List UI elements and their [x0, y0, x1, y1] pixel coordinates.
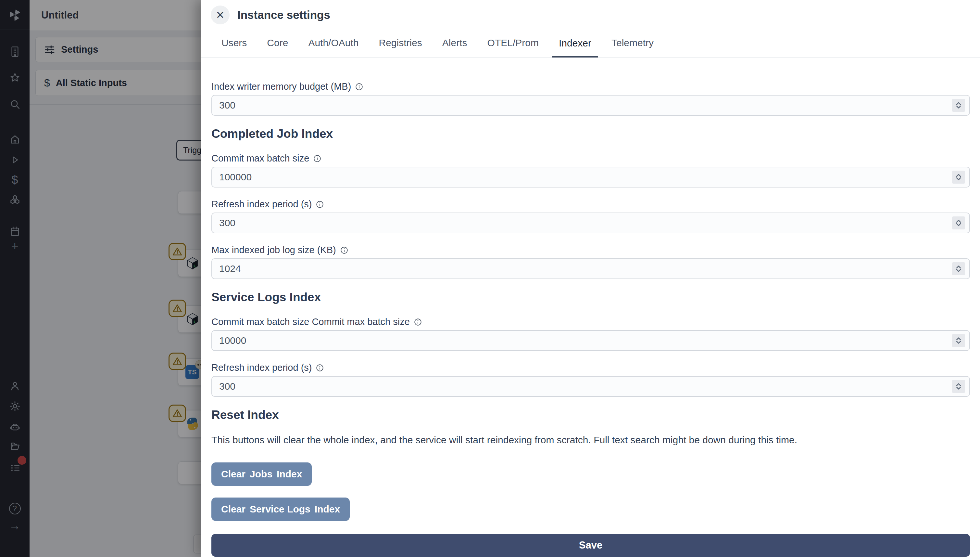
number-stepper[interactable]	[952, 380, 965, 393]
tab-core[interactable]: Core	[260, 30, 295, 57]
label-text: Commit max batch size Commit max batch s…	[211, 316, 410, 327]
job-refresh-period-input[interactable]	[211, 213, 970, 233]
info-icon[interactable]	[340, 246, 349, 254]
indexer-settings-content: Index writer memory budget (MB) Complete…	[201, 57, 980, 557]
button-text: Clear	[221, 504, 245, 515]
number-field	[211, 213, 970, 233]
section-heading-reset-index: Reset Index	[211, 408, 970, 422]
drawer-title: Instance settings	[237, 8, 330, 21]
button-text: Clear	[221, 469, 245, 480]
field-label: Commit max batch size	[211, 153, 970, 164]
settings-tabs: Users Core Auth/OAuth Registries Alerts …	[201, 30, 980, 57]
number-field	[211, 167, 970, 187]
number-stepper[interactable]	[952, 99, 965, 112]
label-text: Refresh index period (s)	[211, 199, 312, 210]
tab-indexer[interactable]: Indexer	[552, 30, 598, 57]
number-stepper[interactable]	[952, 171, 965, 184]
tab-users[interactable]: Users	[215, 30, 254, 57]
tab-registries[interactable]: Registries	[372, 30, 428, 57]
label-text: Index writer memory budget (MB)	[211, 81, 351, 92]
job-commit-max-batch-input[interactable]	[211, 167, 970, 187]
label-text: Commit max batch size	[211, 153, 309, 164]
info-icon[interactable]	[355, 83, 363, 91]
section-heading-completed-job-index: Completed Job Index	[211, 127, 970, 141]
tab-otel-prom[interactable]: OTEL/Prom	[480, 30, 545, 57]
job-max-log-size-input[interactable]	[211, 258, 970, 279]
tab-auth-oauth[interactable]: Auth/OAuth	[301, 30, 365, 57]
field-label: Max indexed job log size (KB)	[211, 244, 970, 256]
label-text: Refresh index period (s)	[211, 362, 312, 373]
field-label: Refresh index period (s)	[211, 199, 970, 210]
svc-commit-max-batch-input[interactable]	[211, 330, 970, 351]
number-field	[211, 330, 970, 351]
number-stepper[interactable]	[952, 217, 965, 230]
info-icon[interactable]	[414, 318, 422, 326]
drawer-header: × Instance settings	[201, 0, 980, 30]
label-text: Max indexed job log size (KB)	[211, 245, 336, 256]
clear-service-logs-index-button[interactable]: Clear Service Logs Index	[211, 498, 350, 521]
close-button[interactable]: ×	[211, 5, 230, 24]
number-field	[211, 376, 970, 397]
reset-index-description: This buttons will clear the whole index,…	[211, 434, 970, 446]
number-field	[211, 95, 970, 116]
info-icon[interactable]	[316, 364, 324, 372]
info-icon[interactable]	[316, 200, 324, 208]
tab-alerts[interactable]: Alerts	[435, 30, 474, 57]
instance-settings-drawer: × Instance settings Users Core Auth/OAut…	[201, 0, 980, 557]
field-label: Refresh index period (s)	[211, 362, 970, 373]
close-icon: ×	[216, 8, 224, 22]
button-text: Index	[277, 469, 302, 480]
number-stepper[interactable]	[952, 262, 965, 275]
tab-telemetry[interactable]: Telemetry	[605, 30, 660, 57]
field-label: Commit max batch size Commit max batch s…	[211, 316, 970, 327]
button-text-bold: Jobs	[250, 469, 273, 480]
clear-jobs-index-button[interactable]: Clear Jobs Index	[211, 463, 312, 486]
section-heading-service-logs-index: Service Logs Index	[211, 290, 970, 305]
reset-buttons: Clear Jobs Index Clear Service Logs Inde…	[211, 463, 970, 521]
save-button[interactable]: Save	[211, 534, 970, 557]
number-stepper[interactable]	[952, 334, 965, 347]
index-writer-memory-input[interactable]	[211, 95, 970, 116]
field-label: Index writer memory budget (MB)	[211, 81, 970, 92]
button-text: Index	[315, 504, 340, 515]
info-icon[interactable]	[313, 155, 321, 163]
button-text-bold: Service Logs	[250, 504, 310, 515]
svc-refresh-period-input[interactable]	[211, 376, 970, 397]
number-field	[211, 258, 970, 279]
